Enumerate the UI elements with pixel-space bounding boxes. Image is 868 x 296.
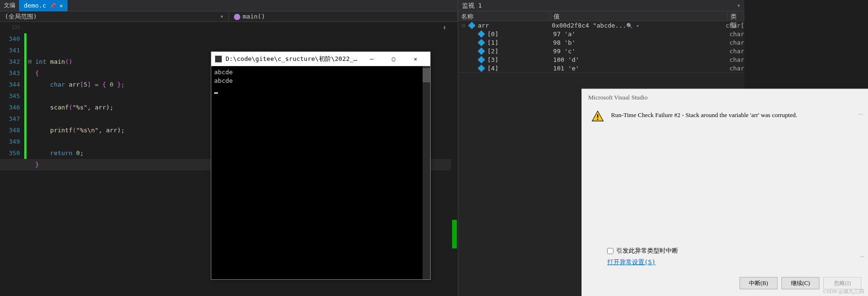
exception-settings-link[interactable]: 打开异常设置(S) <box>607 258 655 266</box>
scope-dropdown[interactable]: (全局范围) ▾ <box>0 11 229 22</box>
var-value: 101 'e' <box>550 65 726 72</box>
checkbox-label: 引发此异常类型时中断 <box>616 247 678 255</box>
var-name: arr <box>478 22 489 29</box>
var-value: 98 'b' <box>550 39 726 46</box>
function-icon: ⬤ <box>234 13 241 20</box>
break-checkbox[interactable]: 引发此异常类型时中断 <box>607 247 678 255</box>
tab-bar-label: 文编 <box>0 1 19 10</box>
console-window[interactable]: D:\code\gitee\c_sructure\初阶\2022_01_09\.… <box>211 51 431 280</box>
col-value[interactable]: 值 <box>551 11 728 20</box>
var-name: [1] <box>487 39 498 46</box>
line-number: 350 <box>0 148 20 159</box>
var-name: [4] <box>487 65 498 72</box>
console-output[interactable]: abcde abcde <box>211 66 430 279</box>
close-button[interactable]: ✕ <box>404 52 426 66</box>
line-number: 347 <box>0 113 20 125</box>
scope-bar: (全局范围) ▾ ⬤ main() <box>0 11 458 22</box>
watch-row-root[interactable]: ▢arr 0x00d2f8c4 "abcde...🔍 ▾ char[ <box>458 21 744 30</box>
tab-demo-c[interactable]: demo.c 📌 ✕ <box>19 0 68 11</box>
ignore-button: 忽略(I) <box>823 277 861 289</box>
collapse-icon[interactable]: ︿ <box>858 110 863 117</box>
line-number: 345 <box>0 90 20 102</box>
var-value: 97 'a' <box>550 30 726 38</box>
cube-icon <box>478 30 485 38</box>
console-title-text: D:\code\gitee\c_sructure\初阶\2022_01_09\.… <box>226 55 361 63</box>
function-label: main() <box>243 13 265 20</box>
var-name: [3] <box>487 56 498 63</box>
console-titlebar[interactable]: D:\code\gitee\c_sructure\初阶\2022_01_09\.… <box>211 52 430 66</box>
watch-title[interactable]: 监视 1 ▾ <box>458 0 744 11</box>
line-number: 348 <box>0 125 20 136</box>
pin-icon[interactable]: 📌 <box>50 3 56 8</box>
continue-button[interactable]: 继续(C) <box>781 277 819 289</box>
var-name: [2] <box>487 48 498 55</box>
expand-icon[interactable]: ▢ <box>461 23 466 28</box>
var-type: char <box>727 65 744 72</box>
break-button[interactable]: 中断(B) <box>740 277 778 289</box>
cursor <box>214 92 218 94</box>
watch-header: 名称 值 类型 <box>458 11 744 21</box>
close-icon[interactable]: ✕ <box>59 2 63 9</box>
line-number: 341 <box>0 45 20 56</box>
line-number: 339 <box>0 22 20 33</box>
console-icon <box>215 56 222 62</box>
line-number: 343 <box>0 68 20 79</box>
var-value: 99 'c' <box>550 48 726 55</box>
var-type: char <box>727 56 744 63</box>
watch-row[interactable]: [2] 99 'c' char <box>458 47 744 55</box>
var-value: 100 'd' <box>550 56 726 63</box>
svg-rect-0 <box>597 114 598 118</box>
line-number: 344 <box>0 79 20 90</box>
col-name[interactable]: 名称 <box>458 11 551 20</box>
error-dialog: Microsoft Visual Studio Run-Time Check F… <box>582 89 868 296</box>
line-number: 342 <box>0 56 20 68</box>
warning-icon <box>591 110 604 123</box>
line-number: 346 <box>0 102 20 113</box>
scrollbar[interactable] <box>423 66 430 279</box>
overview-ruler[interactable] <box>451 22 458 296</box>
function-dropdown[interactable]: ⬤ main() <box>229 11 458 22</box>
var-type: char[ <box>723 22 744 29</box>
cube-icon <box>478 56 485 63</box>
chevron-down-icon[interactable]: ▾ <box>737 2 740 9</box>
watch-panel: 监视 1 ▾ 名称 值 类型 ▢arr 0x00d2f8c4 "abcde...… <box>458 0 744 296</box>
tab-bar: 文编 demo.c 📌 ✕ <box>0 0 458 11</box>
var-type: char <box>727 39 744 46</box>
tab-filename: demo.c <box>24 2 46 9</box>
cube-icon <box>468 21 476 29</box>
line-number: 349 <box>0 136 20 148</box>
var-value: 0x00d2f8c4 "abcde... <box>552 22 627 29</box>
minimize-button[interactable]: — <box>361 52 383 66</box>
var-type: char <box>727 30 744 38</box>
var-name: [0] <box>487 30 498 38</box>
chevron-down-icon: ▾ <box>220 13 224 20</box>
dialog-title: Microsoft Visual Studio <box>582 89 868 106</box>
watch-row[interactable]: [4] 101 'e' char <box>458 64 744 72</box>
watch-rows: ▢arr 0x00d2f8c4 "abcde...🔍 ▾ char[ [0] 9… <box>458 21 744 81</box>
watch-row[interactable]: [0] 97 'a' char <box>458 30 744 38</box>
search-icon[interactable]: 🔍 ▾ <box>626 23 639 29</box>
line-number: 340 <box>0 33 20 45</box>
dialog-message: Run-Time Check Failure #2 - Stack around… <box>611 110 858 119</box>
checkbox-input[interactable] <box>607 248 613 254</box>
console-line: abcde <box>214 77 427 85</box>
scope-label: (全局范围) <box>5 12 37 21</box>
svg-rect-1 <box>597 119 598 120</box>
cube-icon <box>478 47 485 55</box>
console-line: abcde <box>214 68 427 77</box>
fold-icon[interactable]: ⊟ <box>27 56 33 68</box>
editor-panel: 文编 demo.c 📌 ✕ (全局范围) ▾ ⬤ main() ⬍ 339 34… <box>0 0 458 296</box>
cube-icon <box>478 39 485 46</box>
expand-icon[interactable]: ﹀ <box>860 254 865 261</box>
col-type[interactable]: 类型 <box>728 11 744 20</box>
maximize-button[interactable]: ▢ <box>383 52 404 66</box>
watch-row[interactable]: [3] 100 'd' char <box>458 55 744 64</box>
cube-icon <box>478 64 485 72</box>
watch-empty-row[interactable] <box>458 72 744 81</box>
var-type: char <box>727 48 744 55</box>
watch-row[interactable]: [1] 98 'b' char <box>458 38 744 47</box>
watch-title-text: 监视 1 <box>462 1 482 10</box>
